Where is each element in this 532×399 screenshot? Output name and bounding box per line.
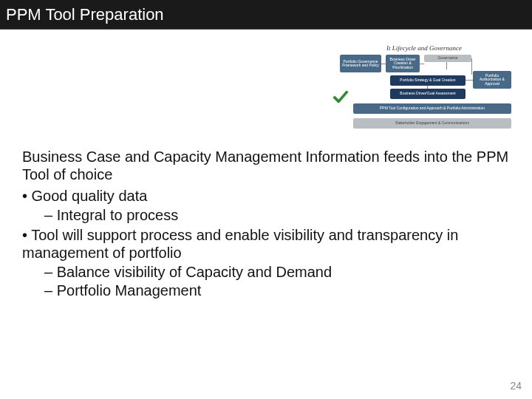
governance-diagram: It Lifecycle and Governance Portfolio Go… bbox=[335, 44, 513, 137]
sub-bullet-group: – Balance visibility of Capacity and Dem… bbox=[44, 263, 513, 299]
diagram-header: It Lifecycle and Governance bbox=[335, 44, 513, 52]
diagram-box-ppm-config: PPM Tool Configuration and Approach & Po… bbox=[353, 103, 511, 114]
bullet-text: Tool will support process and enable vis… bbox=[22, 227, 458, 261]
intro-text: Business Case and Capacity Management In… bbox=[22, 148, 513, 184]
sub-bullet-text: Integral to process bbox=[57, 207, 179, 223]
diagram-body: Portfolio Governance Framework and Polic… bbox=[335, 55, 513, 136]
bullet-text: Good quality data bbox=[32, 188, 148, 204]
page-number: 24 bbox=[510, 380, 522, 392]
diagram-box-stakeholder: Stakeholder Engagement & Communications bbox=[353, 118, 511, 129]
sub-bullet-item: – Portfolio Management bbox=[44, 282, 513, 299]
sub-bullet-item: – Balance visibility of Capacity and Dem… bbox=[44, 263, 513, 281]
diagram-box-assessment: Business Driver/Goal Assessment bbox=[390, 89, 466, 99]
slide-title: PPM Tool Preparation bbox=[6, 5, 164, 24]
bullet-item: • Good quality data bbox=[22, 187, 513, 205]
diagram-connector bbox=[471, 58, 472, 75]
sub-bullet-text: Portfolio Management bbox=[57, 282, 202, 299]
diagram-box-governance-framework: Portfolio Governance Framework and Polic… bbox=[340, 55, 381, 72]
checkmark-icon bbox=[332, 89, 349, 105]
diagram-connector bbox=[466, 80, 473, 81]
sub-bullet-text: Balance visibility of Capacity and Deman… bbox=[57, 264, 332, 280]
sub-bullet-item: – Integral to process bbox=[44, 206, 513, 224]
diagram-box-governance: Governance bbox=[424, 55, 471, 62]
diagram-connector bbox=[446, 62, 447, 69]
diagram-box-strategy: Portfolio Strategy & Goal Creation bbox=[390, 75, 466, 86]
diagram-connector bbox=[420, 64, 424, 64]
diagram-box-business-driver: Business Driver Creation & Prioritizatio… bbox=[386, 55, 420, 72]
diagram-box-authorization: Portfolio Authorization & Approval bbox=[473, 71, 511, 89]
diagram-connector bbox=[381, 64, 386, 64]
title-bar: PPM Tool Preparation bbox=[0, 0, 532, 30]
slide-body: Business Case and Capacity Management In… bbox=[22, 148, 513, 301]
diagram-connector bbox=[427, 86, 428, 89]
sub-bullet-group: – Integral to process bbox=[44, 206, 513, 224]
bullet-item: • Tool will support process and enable v… bbox=[22, 226, 513, 262]
